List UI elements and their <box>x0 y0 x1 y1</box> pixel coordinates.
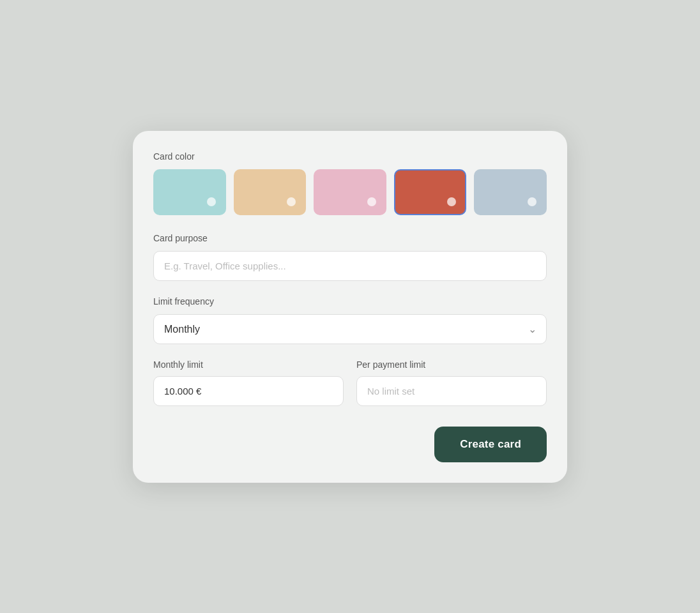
create-card-button[interactable]: Create card <box>434 427 547 462</box>
card-purpose-input[interactable] <box>153 251 547 281</box>
per-payment-limit-field: Per payment limit <box>356 359 547 406</box>
limits-row: Monthly limit Per payment limit <box>153 359 547 406</box>
button-row: Create card <box>153 427 547 462</box>
card-color-section: Card color <box>153 151 547 215</box>
per-payment-limit-label: Per payment limit <box>356 359 547 370</box>
monthly-limit-input[interactable] <box>153 376 344 406</box>
limit-frequency-section: Limit frequency Daily Weekly Monthly Yea… <box>153 296 547 344</box>
per-payment-limit-input[interactable] <box>356 376 547 406</box>
card-color-teal[interactable] <box>153 169 226 215</box>
modal: Card color Card purpose Limit frequency … <box>133 131 567 483</box>
limit-frequency-wrapper: Daily Weekly Monthly Yearly No limit ⌄ <box>153 314 547 344</box>
card-color-peach[interactable] <box>234 169 307 215</box>
card-purpose-label: Card purpose <box>153 233 547 243</box>
limit-frequency-label: Limit frequency <box>153 296 547 306</box>
card-color-red[interactable] <box>394 169 467 215</box>
monthly-limit-label: Monthly limit <box>153 359 344 370</box>
monthly-limit-field: Monthly limit <box>153 359 344 406</box>
card-color-pink[interactable] <box>314 169 386 215</box>
limit-frequency-select[interactable]: Daily Weekly Monthly Yearly No limit <box>153 314 547 344</box>
card-colors-row <box>153 169 547 215</box>
card-color-label: Card color <box>153 151 547 162</box>
card-purpose-section: Card purpose <box>153 233 547 281</box>
card-color-slate[interactable] <box>474 169 547 215</box>
